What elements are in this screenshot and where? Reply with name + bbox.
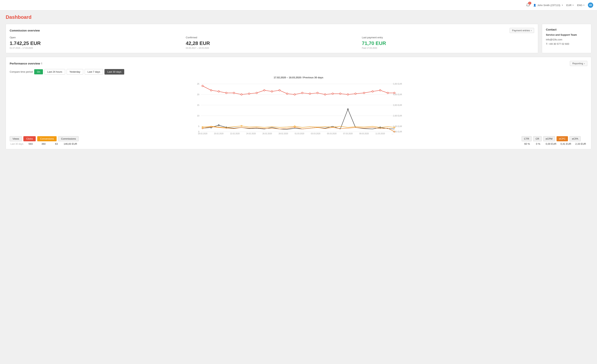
language-label: ENG xyxy=(577,4,582,7)
views-stat: 593 xyxy=(25,143,36,145)
avatar-badge[interactable]: 43 xyxy=(588,2,593,8)
ecpm-value: 0,00 EUR xyxy=(544,143,558,145)
performance-chart: 25 20 15 10 5 0 5,00 EUR 4,00 EUR 3,00 E… xyxy=(10,81,587,134)
contact-title: Contact xyxy=(546,28,587,31)
reporting-button[interactable]: Reporting › xyxy=(570,61,587,66)
commission-last-payment-value: 71,70 EUR xyxy=(362,40,534,46)
svg-text:15: 15 xyxy=(197,104,199,106)
ecpc-button[interactable]: eCPC xyxy=(557,136,568,141)
reporting-label: Reporting xyxy=(572,62,583,65)
svg-text:25: 25 xyxy=(197,83,199,85)
bottom-right: CTR CR eCPM eCPC eCPA 60 % 0 % 0,00 EUR … xyxy=(522,136,587,145)
user-icon: 👤 xyxy=(533,4,536,7)
commission-title: Commission overview xyxy=(10,29,40,32)
performance-title-text: Performance overview xyxy=(10,62,40,65)
date-range-text: 17.02.2020 – 18.03.2020 / Previous 30 da… xyxy=(274,76,323,79)
svg-point-45 xyxy=(309,93,311,94)
lang-dropdown-arrow: ▼ xyxy=(583,4,585,6)
commission-last-payment-date: Paid 17.03.2020 xyxy=(362,47,534,49)
payment-entries-button[interactable]: Payment entries › xyxy=(510,28,534,33)
ctr-button[interactable]: CTR xyxy=(522,136,532,141)
svg-point-49 xyxy=(340,93,341,94)
svg-point-46 xyxy=(317,92,318,94)
compare-on-button[interactable]: On xyxy=(34,69,43,74)
conversions-line xyxy=(203,127,394,132)
info-icon[interactable]: ℹ xyxy=(41,62,42,65)
commission-confirmed-label: Confirmed xyxy=(186,36,358,39)
ctr-value: 60 % xyxy=(522,143,532,145)
svg-text:10: 10 xyxy=(197,114,199,117)
time-last24-button[interactable]: Last 24 hours xyxy=(44,69,65,75)
notifications-icon[interactable]: 8 xyxy=(526,3,530,8)
ecpa-button[interactable]: eCPA xyxy=(569,136,581,141)
svg-point-70 xyxy=(394,127,395,128)
svg-point-42 xyxy=(286,93,288,94)
svg-point-34 xyxy=(226,92,227,94)
commission-open-label: Open xyxy=(10,36,182,39)
views-legend-button[interactable]: Views xyxy=(10,136,22,141)
svg-text:05.03.2020: 05.03.2020 xyxy=(327,133,336,134)
ecpa-value: 2,33 EUR xyxy=(574,143,587,145)
clicks-legend-button[interactable]: Clicks xyxy=(23,136,36,141)
commissions-stat: 146,83 EUR xyxy=(64,143,77,145)
conversions-legend-button[interactable]: Conversions xyxy=(37,136,57,141)
user-dropdown-arrow: ▼ xyxy=(561,4,563,6)
contact-email: info@i19s.com xyxy=(546,37,587,42)
ecpc-value: 0,41 EUR xyxy=(559,143,573,145)
page-content: Dashboard Commission overview Payment en… xyxy=(0,10,597,153)
svg-point-47 xyxy=(324,94,326,95)
commission-last-payment: Last payment entry 71,70 EUR Paid 17.03.… xyxy=(362,36,534,49)
contact-phone: T: +49 30 577 02 600 xyxy=(546,42,587,46)
views-value: 593 xyxy=(29,143,33,145)
performance-header: Performance overview ℹ Reporting › xyxy=(10,61,587,66)
svg-point-59 xyxy=(218,125,219,126)
commission-card: Commission overview Payment entries › Op… xyxy=(6,24,538,53)
commission-confirmed-value: 42,28 EUR xyxy=(186,40,358,46)
views-line xyxy=(203,126,394,128)
svg-text:24.02.2020: 24.02.2020 xyxy=(246,133,256,134)
svg-point-41 xyxy=(279,90,280,91)
chevron-right-icon: › xyxy=(531,29,532,32)
svg-text:20: 20 xyxy=(197,93,199,96)
svg-point-50 xyxy=(347,94,349,95)
svg-text:5: 5 xyxy=(198,125,199,128)
performance-title: Performance overview ℹ xyxy=(10,62,42,65)
ecpm-button[interactable]: eCPM xyxy=(543,136,555,141)
clicks-line xyxy=(203,86,394,94)
language-selector[interactable]: ENG ▼ xyxy=(577,4,585,7)
date-range: 17.02.2020 – 18.03.2020 / Previous 30 da… xyxy=(10,76,587,79)
contact-team: Service and Support Team xyxy=(546,33,587,36)
time-last30-button[interactable]: Last 30 days xyxy=(104,69,124,75)
svg-point-36 xyxy=(241,94,242,95)
commission-last-payment-label: Last payment entry xyxy=(362,36,534,39)
svg-text:22.02.2020: 22.02.2020 xyxy=(230,133,240,134)
reporting-chevron-icon: › xyxy=(584,62,585,65)
commissions-legend-button[interactable]: Commissions xyxy=(58,136,79,141)
svg-point-66 xyxy=(394,131,395,132)
svg-point-32 xyxy=(211,90,212,91)
svg-point-37 xyxy=(248,93,250,94)
svg-point-35 xyxy=(233,92,235,94)
time-yesterday-button[interactable]: Yesterday xyxy=(67,69,83,75)
user-name: John Smith (237113) xyxy=(537,4,560,7)
compare-label: Compare time period xyxy=(10,70,33,73)
contact-card: Contact Service and Support Team info@i1… xyxy=(542,24,591,53)
cr-button[interactable]: CR xyxy=(533,136,542,141)
currency-dropdown-arrow: ▼ xyxy=(572,4,574,6)
svg-text:07.03.2020: 07.03.2020 xyxy=(343,133,353,134)
time-last7-button[interactable]: Last 7 days xyxy=(85,69,103,75)
commission-open: Open 1.742,25 EUR 01.07.2018 – 17.03.202… xyxy=(10,36,182,49)
svg-text:11.03.2020: 11.03.2020 xyxy=(375,133,385,134)
svg-point-54 xyxy=(379,90,381,91)
chart-container: 25 20 15 10 5 0 5,00 EUR 4,00 EUR 3,00 E… xyxy=(10,81,587,134)
performance-card: Performance overview ℹ Reporting › Compa… xyxy=(6,57,591,149)
user-info[interactable]: 👤 John Smith (237113) ▼ xyxy=(533,4,563,7)
notifications-badge: 8 xyxy=(528,2,531,5)
commission-header: Commission overview Payment entries › xyxy=(10,28,534,33)
clicks-value: 360 xyxy=(41,143,46,145)
svg-point-67 xyxy=(202,127,203,128)
svg-text:03.03.2020: 03.03.2020 xyxy=(311,133,320,134)
svg-text:01.03.2020: 01.03.2020 xyxy=(295,133,304,134)
currency-selector[interactable]: EUR ▼ xyxy=(566,4,574,7)
svg-point-52 xyxy=(363,92,365,94)
